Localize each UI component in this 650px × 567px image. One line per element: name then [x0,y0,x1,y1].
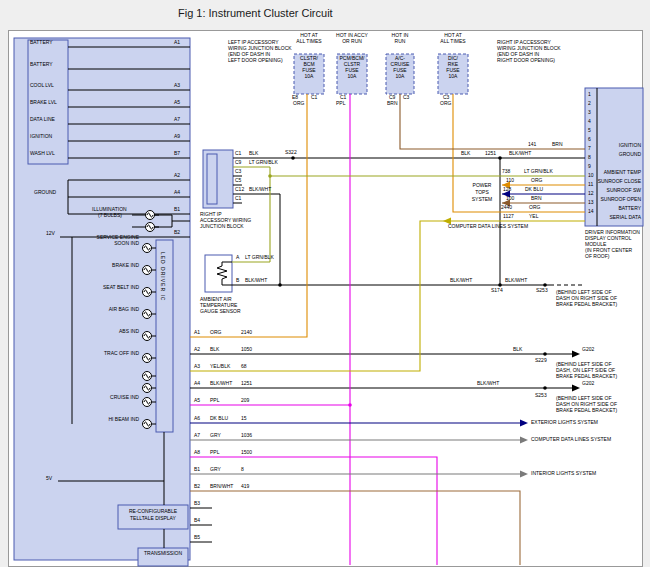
fuse-box-4 [438,54,468,94]
fuse-box-1 [294,54,324,94]
brown-wires [400,94,585,203]
dic-module-box [585,88,643,226]
lt-grn-blk-wires [232,167,585,262]
diagram-canvas: Fig 1: Instrument Cluster Circuit [0,0,650,567]
fuse-box-3 [386,54,414,94]
component-boxes [14,38,643,566]
system-arrows [443,182,580,478]
orange-wires [190,94,585,337]
dark-blue-wires [190,194,585,423]
yellow-wires [190,221,585,371]
fuse-box-2 [337,54,367,94]
led-driver-box [156,240,173,432]
wiring-diagram-svg [0,0,650,567]
transmission-box [138,548,188,566]
brown-white-wire [190,491,520,565]
telltale-display-box [118,505,188,529]
